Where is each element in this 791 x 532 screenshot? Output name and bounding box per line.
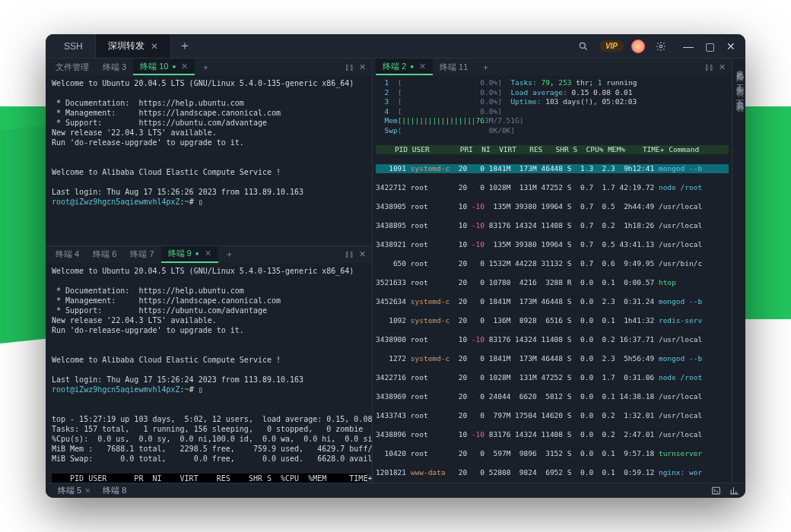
main-tab-label: SSH <box>64 41 83 52</box>
svg-line-1 <box>585 47 587 49</box>
pane-bottom-left: 终端 4 终端 6 终端 7 终端 9●✕ ＋ ⫿⫿ ✕ Welcome to … <box>46 245 372 483</box>
main-tab-ssh[interactable]: SSH <box>52 34 96 58</box>
status-bar: 终端 5 ✕ 终端 8 <box>46 483 745 498</box>
close-pane-icon[interactable]: ✕ <box>359 62 366 72</box>
side-rail-item[interactable]: 主机监控 <box>734 63 745 69</box>
gear-icon[interactable] <box>653 38 669 55</box>
status-tab-terminal-5[interactable]: 终端 5 ✕ <box>52 485 97 496</box>
pane-right: 终端 2●✕ 终端 11 ＋ ⫿⫿ ✕ 1 [ 0.0%] Tasks: 79,… <box>373 59 732 483</box>
split-icon[interactable]: ⫿⫿ <box>345 249 354 259</box>
terminal-output[interactable]: Welcome to Ubuntu 20.04.5 LTS (GNU/Linux… <box>46 263 372 483</box>
side-rail: 主机监控 工作列表 下载列表 <box>732 59 745 483</box>
terminal-output[interactable]: Welcome to Ubuntu 20.04.5 LTS (GNU/Linux… <box>46 75 372 245</box>
status-tab-terminal-8[interactable]: 终端 8 <box>97 485 132 496</box>
app-window: SSH 深圳转发 ✕ ＋ VIP — ▢ ✕ <box>46 34 745 498</box>
main-tabs: SSH 深圳转发 ✕ ＋ <box>52 34 199 58</box>
tab-terminal-3[interactable]: 终端 3 <box>96 59 133 75</box>
add-pane-tab[interactable]: ＋ <box>475 59 497 75</box>
close-icon[interactable]: ✕ <box>84 486 91 495</box>
avatar[interactable] <box>631 40 645 53</box>
add-tab-button[interactable]: ＋ <box>171 38 199 54</box>
split-icon[interactable]: ⫿⫿ <box>705 62 714 72</box>
title-bar: SSH 深圳转发 ✕ ＋ VIP — ▢ ✕ <box>46 34 745 59</box>
add-pane-tab[interactable]: ＋ <box>218 246 240 263</box>
search-icon[interactable] <box>575 38 592 55</box>
tab-terminal-7[interactable]: 终端 7 <box>123 246 160 263</box>
close-icon[interactable]: ✕ <box>151 41 158 52</box>
svg-rect-3 <box>712 487 720 494</box>
stats-icon[interactable] <box>729 486 739 496</box>
main-tab-shenzhen[interactable]: 深圳转发 ✕ <box>96 34 171 58</box>
tab-terminal-4[interactable]: 终端 4 <box>49 246 86 263</box>
title-bar-right: VIP — ▢ ✕ <box>575 38 739 55</box>
svg-point-2 <box>659 45 662 48</box>
pane-tabs: 文件管理 终端 3 终端 10●✕ ＋ ⫿⫿ ✕ <box>46 59 372 75</box>
svg-point-0 <box>580 43 585 48</box>
split-icon[interactable]: ⫿⫿ <box>345 62 354 72</box>
right-column: 终端 2●✕ 终端 11 ＋ ⫿⫿ ✕ 1 [ 0.0%] Tasks: 79,… <box>373 59 732 483</box>
pane-tabs: 终端 2●✕ 终端 11 ＋ ⫿⫿ ✕ <box>373 59 732 75</box>
minimize-button[interactable]: — <box>680 40 697 52</box>
close-icon[interactable]: ✕ <box>205 249 211 258</box>
pane-tabs: 终端 4 终端 6 终端 7 终端 9●✕ ＋ ⫿⫿ ✕ <box>46 246 372 263</box>
maximize-button[interactable]: ▢ <box>701 40 718 52</box>
close-button[interactable]: ✕ <box>723 40 739 52</box>
side-rail-item[interactable]: 工作列表 <box>734 78 745 84</box>
window-controls: — ▢ ✕ <box>680 40 739 52</box>
tab-file-manager[interactable]: 文件管理 <box>49 59 96 75</box>
left-column: 文件管理 终端 3 终端 10●✕ ＋ ⫿⫿ ✕ Welcome to Ubun… <box>46 59 373 483</box>
tab-terminal-9[interactable]: 终端 9●✕ <box>161 246 218 263</box>
close-icon[interactable]: ✕ <box>181 62 188 71</box>
side-rail-item[interactable]: 下载列表 <box>734 93 745 100</box>
activity-dot-icon: ● <box>410 63 414 70</box>
tab-terminal-6[interactable]: 终端 6 <box>86 246 123 263</box>
terminal-icon[interactable] <box>710 486 721 496</box>
pane-top-left: 文件管理 终端 3 终端 10●✕ ＋ ⫿⫿ ✕ Welcome to Ubun… <box>46 59 372 245</box>
tab-terminal-11[interactable]: 终端 11 <box>433 59 475 75</box>
close-icon[interactable]: ✕ <box>419 62 426 71</box>
close-pane-icon[interactable]: ✕ <box>359 249 366 259</box>
terminal-output[interactable]: 1 [ 0.0%] Tasks: 79, 253 thr; 1 running … <box>373 75 732 483</box>
tab-terminal-2[interactable]: 终端 2●✕ <box>376 59 433 75</box>
add-pane-tab[interactable]: ＋ <box>195 59 217 75</box>
activity-dot-icon: ● <box>195 250 199 257</box>
vip-badge[interactable]: VIP <box>599 40 624 52</box>
activity-dot-icon: ● <box>172 63 176 70</box>
main-tab-label: 深圳转发 <box>108 40 145 52</box>
close-pane-icon[interactable]: ✕ <box>719 62 726 72</box>
panes: 文件管理 终端 3 终端 10●✕ ＋ ⫿⫿ ✕ Welcome to Ubun… <box>46 59 745 483</box>
tab-terminal-10[interactable]: 终端 10●✕ <box>133 59 195 75</box>
